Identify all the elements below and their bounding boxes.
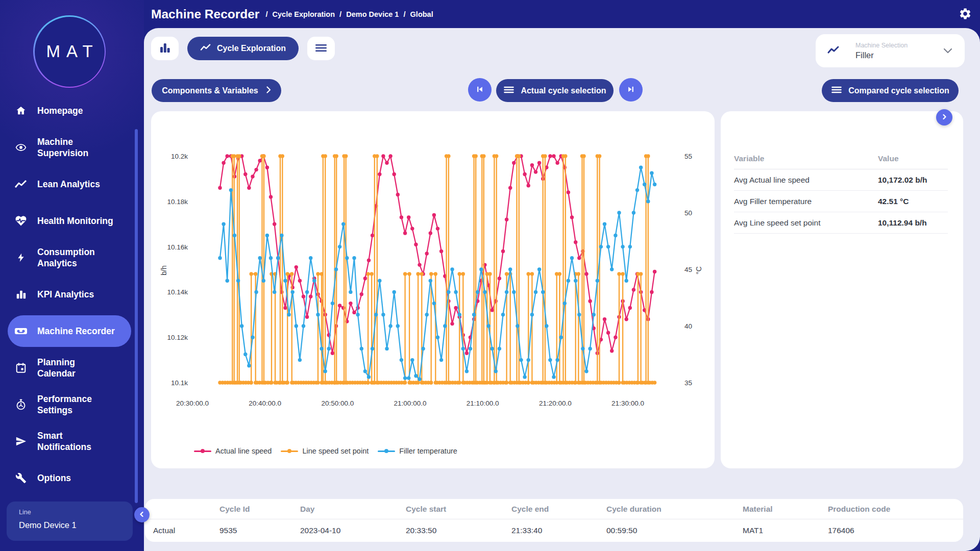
svg-text:45: 45: [684, 266, 692, 273]
svg-text:b/h: b/h: [160, 265, 168, 275]
line-device-card[interactable]: Line Demo Device 1: [7, 502, 133, 541]
compared-cycle-selection-button[interactable]: Compared cycle selection: [822, 79, 959, 102]
sidebar-item-performance-settings[interactable]: PerformanceSettings: [0, 386, 144, 423]
hamburger-icon: [315, 43, 327, 54]
svg-text:20:30:00.0: 20:30:00.0: [176, 399, 209, 407]
sidebar-item-health-monitoring[interactable]: Health Monitoring: [0, 203, 144, 239]
machine-selection-value: Filler: [855, 51, 943, 60]
bar-chart-view-button[interactable]: [151, 37, 179, 60]
sidebar-item-consumption-analytics[interactable]: ConsumptionAnalytics: [0, 239, 144, 276]
sidebar-item-options[interactable]: Options: [0, 460, 144, 496]
sidebar-scrollbar[interactable]: [135, 129, 138, 503]
svg-text:20:50:00.0: 20:50:00.0: [321, 399, 354, 407]
svg-text:10.18k: 10.18k: [167, 198, 188, 206]
trend-icon: [14, 179, 28, 189]
wrench-icon: [14, 472, 28, 484]
skip-previous-icon: [475, 85, 484, 95]
line-chart-icon: [200, 43, 211, 54]
stats-row: Avg Line speed set point 10,112.94 b/h: [734, 212, 948, 234]
col-cycle-id: Cycle Id: [219, 505, 300, 514]
sidebar-item-homepage[interactable]: Homepage: [0, 92, 144, 129]
line-label: Line: [19, 509, 133, 516]
machine-selection-dropdown[interactable]: Machine Selection Filler: [816, 34, 965, 67]
cycle-table-row-actual: Actual 9535 2023-04-10 20:33:50 21:33:40…: [145, 519, 963, 541]
sidebar: MAT Homepage MachineSupervision Lean Ana…: [0, 0, 144, 551]
legend-swatch-pink: [194, 449, 211, 453]
actual-cycle-selection-button[interactable]: Actual cycle selection: [496, 79, 614, 102]
stats-header-variable: Variable: [734, 154, 878, 163]
col-cycle-duration: Cycle duration: [606, 505, 743, 514]
bolt-icon: [14, 252, 28, 263]
legend-filler-temperature[interactable]: Filler temperature: [378, 447, 457, 455]
gear-icon: [959, 13, 972, 22]
svg-text:35: 35: [684, 379, 692, 387]
svg-text:21:30:00.0: 21:30:00.0: [611, 399, 644, 407]
main-panel: Cycle Exploration Machine Selection Fill…: [144, 28, 980, 551]
skip-next-icon: [626, 85, 635, 95]
legend-swatch-orange: [281, 449, 298, 453]
mat-logo: MAT: [33, 15, 106, 88]
svg-text:10.1k: 10.1k: [171, 379, 188, 387]
cycle-table-card: Cycle Id Day Cycle start Cycle end Cycle…: [145, 499, 963, 542]
sidebar-item-planning-calendar[interactable]: PlanningCalendar: [0, 349, 144, 386]
chevron-right-icon: [266, 86, 271, 95]
row-label: Actual: [153, 526, 219, 535]
cycle-chart-svg: 10.1k10.12k10.14k10.16k10.18k10.2k354045…: [151, 111, 715, 468]
stats-table: Variable Value Avg Actual line speed 10,…: [734, 148, 948, 234]
legend-swatch-blue: [378, 449, 395, 453]
sidebar-collapse-button[interactable]: [134, 507, 150, 522]
stats-header-value: Value: [878, 154, 899, 163]
cycle-exploration-tab[interactable]: Cycle Exploration: [187, 37, 299, 60]
sidebar-item-lean-analytics[interactable]: Lean Analytics: [0, 166, 144, 203]
previous-cycle-button[interactable]: [468, 78, 492, 102]
line-device-name: Demo Device 1: [19, 520, 133, 530]
svg-text:10.16k: 10.16k: [167, 243, 188, 251]
hamburger-icon: [503, 86, 514, 96]
components-variables-button[interactable]: Components & Variables: [152, 79, 281, 102]
settings-gear-button[interactable]: [959, 7, 972, 20]
svg-text:21:00:00.0: 21:00:00.0: [394, 399, 427, 407]
sidebar-item-smart-notifications[interactable]: SmartNotifications: [0, 423, 144, 460]
page-title: Machine Recorder: [151, 7, 259, 21]
col-production-code: Production code: [828, 505, 963, 514]
logo-text: MAT: [40, 42, 99, 61]
svg-text:21:20:00.0: 21:20:00.0: [539, 399, 572, 407]
svg-text:20:40:00.0: 20:40:00.0: [249, 399, 281, 407]
breadcrumb-demo-device[interactable]: Demo Device 1: [346, 10, 399, 18]
stats-row: Avg Actual line speed 10,172.02 b/h: [734, 169, 948, 191]
compared-cycle-label: Compared cycle selection: [848, 86, 949, 95]
components-variables-label: Components & Variables: [162, 86, 258, 95]
sidebar-item-machine-supervision[interactable]: MachineSupervision: [0, 129, 144, 166]
cycle-chart-card: 10.1k10.12k10.14k10.16k10.18k10.2k354045…: [151, 111, 715, 468]
machine-selection-label: Machine Selection: [855, 42, 943, 49]
cycle-stats-card: Variable Value Avg Actual line speed 10,…: [721, 111, 963, 468]
stats-panel-expand-button[interactable]: [936, 109, 952, 126]
legend-line-speed-set-point[interactable]: Line speed set point: [281, 447, 369, 455]
actual-cycle-label: Actual cycle selection: [521, 86, 606, 95]
sidebar-item-kpi-analytics[interactable]: KPI Analytics: [0, 276, 144, 313]
calendar-icon: [14, 362, 28, 373]
cycle-exploration-label: Cycle Exploration: [217, 44, 286, 53]
breadcrumb: / Cycle Exploration / Demo Device 1 / Gl…: [265, 10, 433, 18]
heart-pulse-icon: [14, 215, 28, 227]
bar-chart-icon: [159, 42, 171, 56]
svg-text:55: 55: [684, 153, 692, 160]
breadcrumb-cycle-exploration[interactable]: Cycle Exploration: [273, 10, 335, 18]
chevron-down-icon: [943, 46, 952, 56]
sidebar-item-machine-recorder[interactable]: Machine Recorder: [0, 313, 144, 349]
svg-text:°C: °C: [695, 266, 703, 274]
legend-actual-line-speed[interactable]: Actual line speed: [194, 447, 272, 455]
col-material: Material: [743, 505, 828, 514]
stopwatch-icon: [14, 398, 28, 411]
breadcrumb-global[interactable]: Global: [410, 10, 433, 18]
view-menu-button[interactable]: [307, 37, 335, 60]
svg-text:10.14k: 10.14k: [167, 288, 188, 296]
col-cycle-start: Cycle start: [406, 505, 511, 514]
svg-text:21:10:00.0: 21:10:00.0: [467, 399, 499, 407]
recorder-icon: [14, 325, 28, 337]
next-cycle-button[interactable]: [619, 78, 643, 102]
svg-text:50: 50: [684, 209, 692, 217]
chevron-right-icon: [941, 114, 947, 121]
cycle-table-header-row: Cycle Id Day Cycle start Cycle end Cycle…: [145, 499, 963, 519]
bar-chart-icon: [14, 289, 28, 300]
